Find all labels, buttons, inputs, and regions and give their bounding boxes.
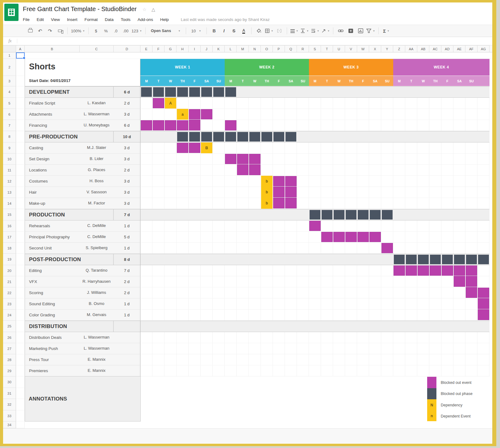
- row-header-3[interactable]: 3: [3, 76, 16, 86]
- fill-color-button[interactable]: [255, 27, 263, 35]
- gantt-phase-bar[interactable]: [322, 210, 332, 220]
- row-header-27[interactable]: 27: [3, 343, 16, 354]
- font-size-select[interactable]: 10▼: [190, 27, 203, 35]
- gantt-event-bar[interactable]: [153, 120, 164, 130]
- task-name[interactable]: Principal Photography: [25, 232, 80, 242]
- column-header-D[interactable]: D: [114, 45, 140, 52]
- cell-a8[interactable]: [16, 131, 25, 142]
- gantt-phase-bar[interactable]: [189, 87, 200, 97]
- column-header-J[interactable]: J: [201, 45, 213, 52]
- cell-a30[interactable]: [16, 376, 25, 388]
- task-duration[interactable]: [113, 343, 140, 354]
- task-name[interactable]: Costumes: [25, 176, 80, 187]
- row-header-24[interactable]: 24: [3, 310, 16, 321]
- menu-file[interactable]: File: [23, 17, 30, 22]
- row-header-32[interactable]: 32: [3, 399, 16, 410]
- task-name[interactable]: VFX: [25, 276, 80, 287]
- task-duration[interactable]: [113, 332, 140, 343]
- gantt-event-bar[interactable]: [177, 120, 188, 130]
- gantt-event-bar[interactable]: [430, 265, 441, 276]
- bold-button[interactable]: B: [210, 27, 218, 35]
- row-header-31[interactable]: 31: [3, 388, 16, 399]
- column-header-A[interactable]: A: [16, 45, 25, 52]
- column-header-W[interactable]: W: [357, 45, 369, 52]
- gantt-event-bar[interactable]: [381, 243, 393, 253]
- gantt-phase-bar[interactable]: [442, 255, 453, 264]
- row-header-26[interactable]: 26: [3, 332, 16, 343]
- task-duration[interactable]: 1 d: [113, 310, 140, 320]
- gantt-event-bar[interactable]: [189, 143, 200, 153]
- task-duration[interactable]: 3 d: [113, 187, 140, 198]
- cell-a5[interactable]: [16, 98, 25, 109]
- gantt-phase-bar[interactable]: [346, 210, 356, 220]
- cell-a32[interactable]: [16, 399, 25, 410]
- task-name[interactable]: Editing: [25, 265, 80, 276]
- gantt-phase-bar[interactable]: [478, 255, 489, 264]
- cell-a3[interactable]: [16, 76, 25, 86]
- cell-a15[interactable]: [16, 209, 25, 220]
- task-name[interactable]: Financing: [25, 120, 80, 131]
- insert-chart-button[interactable]: [356, 27, 365, 35]
- row-header-13[interactable]: 13: [3, 187, 16, 198]
- task-name[interactable]: Premieres: [25, 365, 80, 376]
- cell-a10[interactable]: [16, 154, 25, 165]
- menu-data[interactable]: Data: [105, 17, 114, 22]
- formula-input[interactable]: [17, 37, 492, 45]
- text-color-button[interactable]: A: [240, 27, 248, 35]
- format-currency-button[interactable]: $: [92, 27, 100, 35]
- gantt-phase-bar[interactable]: [177, 87, 188, 97]
- task-duration[interactable]: 3 d: [113, 154, 140, 164]
- column-header-Z[interactable]: Z: [393, 45, 405, 52]
- task-assignee[interactable]: C. DeMille: [80, 220, 113, 231]
- column-header-corner[interactable]: [3, 45, 16, 52]
- project-title-cell[interactable]: Shorts: [25, 59, 140, 76]
- gantt-event-bar[interactable]: [237, 154, 248, 164]
- column-header-Y[interactable]: Y: [381, 45, 393, 52]
- menu-help[interactable]: Help: [160, 17, 169, 22]
- filter-button[interactable]: ▼: [366, 27, 375, 35]
- section-name[interactable]: PRE-PRODUCTION: [25, 131, 113, 142]
- text-wrap-select[interactable]: ▼: [311, 27, 319, 35]
- row-header-16[interactable]: 16: [3, 220, 16, 232]
- task-assignee[interactable]: J. Williams: [80, 287, 113, 298]
- row-header-29[interactable]: 29: [3, 365, 16, 376]
- gantt-event-bar[interactable]: [141, 120, 152, 130]
- start-date-cell[interactable]: Start Date: 04/01/2017: [25, 76, 140, 86]
- task-name[interactable]: Rehearsals: [25, 220, 80, 231]
- column-header-AB[interactable]: AB: [417, 45, 429, 52]
- gantt-dependency-marker[interactable]: a: [177, 109, 188, 120]
- gantt-event-bar[interactable]: [454, 276, 465, 287]
- cell-a19[interactable]: [16, 254, 25, 265]
- task-assignee[interactable]: G. Places: [80, 165, 113, 175]
- task-duration[interactable]: 1 d: [113, 220, 140, 231]
- task-duration[interactable]: 5 d: [113, 232, 140, 242]
- cell-a9[interactable]: [16, 142, 25, 154]
- gantt-phase-bar[interactable]: [382, 210, 393, 220]
- task-name[interactable]: Finalize Script: [25, 98, 80, 109]
- task-duration[interactable]: 3 d: [113, 198, 140, 209]
- gantt-phase-bar[interactable]: [418, 255, 429, 264]
- gantt-event-bar[interactable]: [273, 176, 285, 186]
- task-duration[interactable]: 1 d: [113, 298, 140, 309]
- gantt-phase-bar[interactable]: [273, 132, 284, 142]
- task-duration[interactable]: 3 d: [113, 109, 140, 120]
- column-header-AE[interactable]: AE: [453, 45, 465, 52]
- gantt-phase-bar[interactable]: [225, 87, 236, 97]
- column-header-R[interactable]: R: [297, 45, 309, 52]
- column-header-K[interactable]: K: [213, 45, 225, 52]
- cell-a4[interactable]: [16, 86, 25, 98]
- task-duration[interactable]: 10 d: [113, 131, 140, 142]
- gantt-phase-bar[interactable]: [141, 87, 152, 97]
- column-header-T[interactable]: T: [321, 45, 333, 52]
- row-header-28[interactable]: 28: [3, 354, 16, 365]
- task-assignee[interactable]: E. Mannix: [80, 365, 113, 376]
- row-header-23[interactable]: 23: [3, 298, 16, 310]
- gantt-event-bar[interactable]: [394, 265, 405, 276]
- row-header-10[interactable]: 10: [3, 154, 16, 165]
- cell-a16[interactable]: [16, 220, 25, 232]
- horizontal-align-select[interactable]: ▼: [290, 27, 298, 35]
- gantt-event-bar[interactable]: [333, 232, 345, 242]
- cell-a17[interactable]: [16, 232, 25, 243]
- gantt-phase-bar[interactable]: [165, 87, 176, 97]
- gantt-event-bar[interactable]: [466, 265, 477, 276]
